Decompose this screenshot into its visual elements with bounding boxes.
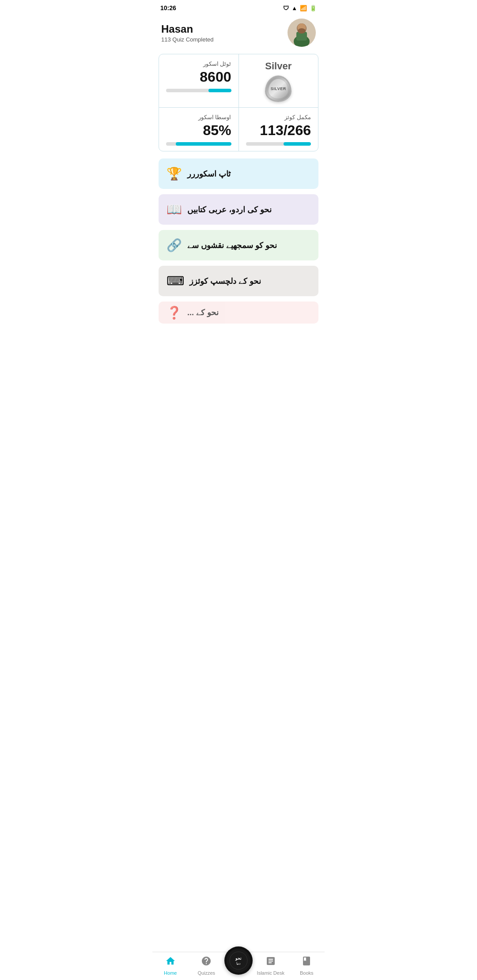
shield-icon: 🛡 xyxy=(283,5,289,11)
silver-badge-inner: SILVER xyxy=(269,79,288,98)
trophy-icon: 🏆 xyxy=(167,166,182,181)
menu-item-partial[interactable]: نحو کے ... ❓ xyxy=(159,302,318,324)
menu-item-partial-text: نحو کے ... xyxy=(187,308,219,317)
network-icon: 🔗 xyxy=(167,238,182,253)
stats-grid: ٹوٹل اسکور 8600 Silver SILVER اوسطا اسکو… xyxy=(159,54,318,151)
completed-quiz-label: مکمل کوئز xyxy=(246,114,311,121)
silver-label: Silver xyxy=(265,60,292,72)
status-bar: 10:26 🛡 ▲ 📶 🔋 xyxy=(152,0,325,14)
completed-quiz-value: 113/266 xyxy=(246,122,311,139)
menu-item-interesting-quizzes-text: نحو کے دلچسپ کوئزز xyxy=(189,276,261,286)
menu-item-top-scorers-text: ٹاپ اسکوررر xyxy=(187,169,231,179)
stats-row-bottom: اوسطا اسکور 85% مکمل کوئز 113/266 xyxy=(159,108,318,151)
completed-quiz-cell: مکمل کوئز 113/266 xyxy=(239,108,318,151)
status-icons: 🛡 ▲ 📶 🔋 xyxy=(283,5,317,11)
silver-badge: SILVER xyxy=(265,75,292,102)
battery-icon: 🔋 xyxy=(310,5,317,11)
menu-item-top-scorers[interactable]: ٹاپ اسکوررر 🏆 xyxy=(159,158,318,189)
header: Hasan 113 Quiz Completed xyxy=(152,14,325,54)
total-score-label: ٹوٹل اسکور xyxy=(166,60,231,67)
signal-icon: 📶 xyxy=(300,5,307,11)
menu-item-diagrams-text: نحو کو سمجھیے نقشوں سے xyxy=(187,241,277,250)
menu-item-diagrams[interactable]: نحو کو سمجھیے نقشوں سے 🔗 xyxy=(159,230,318,260)
completed-quiz-progress-fill xyxy=(284,142,311,146)
total-score-cell: ٹوٹل اسکور 8600 xyxy=(159,54,239,107)
silver-cell: Silver SILVER xyxy=(239,54,318,107)
avg-score-value: 85% xyxy=(166,122,231,139)
avatar xyxy=(288,19,316,47)
status-time: 10:26 xyxy=(160,4,176,11)
stats-row-top: ٹوٹل اسکور 8600 Silver SILVER xyxy=(159,54,318,108)
username: Hasan xyxy=(161,23,214,35)
wifi-icon: ▲ xyxy=(292,5,297,11)
total-score-progress-bg xyxy=(166,89,231,92)
menu-item-books[interactable]: نحو کی اردو، عربی کتابیں 📖 xyxy=(159,194,318,225)
header-user-info: Hasan 113 Quiz Completed xyxy=(161,23,214,43)
avg-score-label: اوسطا اسکور xyxy=(166,114,231,121)
quiz-keyboard-icon: ⌨ xyxy=(167,274,184,288)
total-score-progress-fill xyxy=(208,89,231,92)
avg-score-progress-fill xyxy=(176,142,231,146)
book-icon: 📖 xyxy=(167,202,182,217)
menu-section: ٹاپ اسکوررر 🏆 نحو کی اردو، عربی کتابیں 📖… xyxy=(152,151,325,324)
completed-quiz-progress-bg xyxy=(246,142,311,146)
menu-item-interesting-quizzes[interactable]: نحو کے دلچسپ کوئزز ⌨ xyxy=(159,266,318,296)
total-score-value: 8600 xyxy=(166,69,231,85)
svg-point-5 xyxy=(298,28,306,34)
quiz-completed-text: 113 Quiz Completed xyxy=(161,36,214,43)
help-icon: ❓ xyxy=(167,305,182,320)
menu-item-books-text: نحو کی اردو، عربی کتابیں xyxy=(187,205,272,215)
avg-score-progress-bg xyxy=(166,142,231,146)
avg-score-cell: اوسطا اسکور 85% xyxy=(159,108,239,151)
